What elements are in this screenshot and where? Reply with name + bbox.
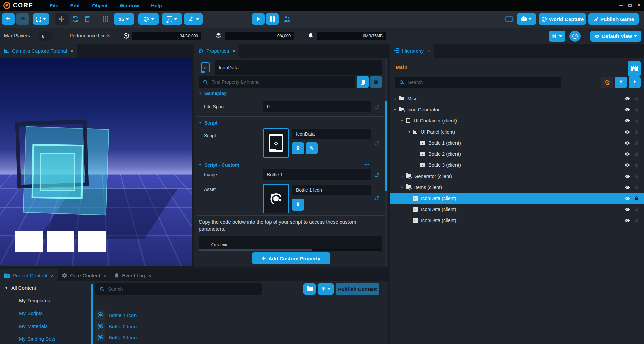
redo-button[interactable] (16, 13, 29, 25)
code-snippet-block[interactable]: -- Custom local propImage = script:GetCu… (199, 236, 382, 251)
visibility-eye-icon[interactable] (624, 107, 630, 113)
content-item-bottle-1[interactable]: Bottle 1 Icon (95, 310, 137, 320)
grid-size-dropdown[interactable]: 25 (114, 13, 134, 25)
close-icon[interactable]: × (103, 273, 106, 278)
filter-button[interactable] (615, 77, 627, 88)
maximize-icon[interactable] (628, 4, 632, 7)
paste-properties-button[interactable] (370, 76, 382, 88)
asset-thumbnail[interactable] (263, 184, 289, 213)
menu-help[interactable]: Help (146, 1, 167, 10)
section-script-custom[interactable]: ▼ Script - Custom (199, 162, 239, 168)
expander-expanded-icon[interactable]: ▼ (400, 186, 405, 189)
max-players-value[interactable]: 8 (39, 31, 52, 41)
asset-name-field[interactable]: Bottle 1 Icon (292, 185, 371, 195)
3d-viewport[interactable] (0, 58, 192, 266)
tree-row[interactable]: ▲ Bottle 1 (client) (390, 137, 644, 148)
tab-event-log[interactable]: Event Log × (110, 269, 155, 281)
publish-content-button[interactable]: Publish Content (336, 283, 379, 295)
close-icon[interactable]: × (637, 3, 641, 7)
expander-collapsed-icon[interactable]: ▷ (400, 175, 405, 178)
reset-icon[interactable]: ↺ (373, 140, 381, 147)
image-input[interactable]: Bottle 1 (263, 169, 371, 180)
play-button[interactable] (252, 13, 265, 25)
save-dropdown[interactable] (549, 31, 565, 42)
horizontal-scrollbar[interactable] (199, 249, 382, 251)
script-name-field[interactable]: IconData (292, 129, 371, 139)
tab-project-content[interactable]: Project Content × (0, 269, 58, 281)
expander-collapsed-icon[interactable]: ▷ (393, 97, 397, 100)
tab-core-content[interactable]: Core Content × (58, 269, 110, 281)
find-asset-button[interactable] (292, 142, 304, 154)
tree-row[interactable]: ▼ Icon Generator (390, 104, 644, 115)
tree-row-selected[interactable]: ‹› IconData (client) (390, 193, 644, 204)
menu-edit[interactable]: Edit (66, 1, 85, 10)
tree-row[interactable]: ▼ Items (client) (390, 182, 644, 193)
visibility-eye-icon[interactable] (624, 96, 630, 102)
visibility-eye-icon[interactable] (624, 162, 630, 168)
visibility-eye-icon[interactable] (624, 206, 630, 212)
section-menu-icon[interactable]: ••• (364, 162, 370, 167)
tree-row[interactable]: ‹› IconData (client) (390, 215, 644, 226)
edit-script-button[interactable]: ✎ (306, 142, 318, 154)
content-item-bottle-2[interactable]: Bottle 2 Icon (95, 321, 137, 331)
tab-camera-capture-tutorial[interactable]: Camera Capture Tutorial × (0, 44, 77, 58)
tree-row[interactable]: ▲ Bottle 2 (client) (390, 148, 644, 159)
content-tree-my-templates[interactable]: My Templates (19, 298, 50, 303)
content-search-input[interactable]: Search (95, 283, 262, 295)
reset-icon[interactable]: ↺ (373, 195, 381, 202)
visibility-eye-icon[interactable] (624, 129, 630, 135)
expander-expanded-icon[interactable]: ▼ (5, 286, 8, 290)
visibility-eye-icon[interactable] (624, 217, 630, 224)
tree-row[interactable]: ▲ Bottle 3 (client) (390, 159, 644, 170)
snap-grid-button[interactable] (101, 13, 111, 25)
section-script[interactable]: ▼ Script (199, 120, 218, 126)
visibility-eye-icon[interactable] (624, 118, 630, 124)
expander-expanded-icon[interactable]: ▼ (393, 108, 397, 111)
add-custom-property-button[interactable]: + Add Custom Property (252, 252, 330, 264)
pause-button[interactable] (266, 13, 279, 25)
properties-scrollbar[interactable] (385, 58, 387, 266)
capture-scene-button[interactable] (628, 61, 641, 77)
terrain-dropdown[interactable] (184, 13, 203, 25)
visibility-eye-icon[interactable] (624, 184, 630, 190)
copy-properties-button[interactable] (357, 76, 369, 88)
scale-tool-button[interactable] (83, 13, 93, 25)
script-dropdown[interactable]: ‹› (162, 13, 182, 25)
visibility-eye-icon[interactable] (624, 140, 630, 146)
tab-hierarchy[interactable]: Hierarchy × (390, 44, 434, 58)
visibility-eye-icon[interactable] (624, 151, 630, 157)
lock-icon[interactable] (634, 96, 639, 101)
export-button[interactable] (629, 77, 641, 88)
reset-icon[interactable]: ↺ (373, 103, 381, 111)
tree-row[interactable]: ‹› IconData (client) (390, 204, 644, 215)
close-icon[interactable]: × (51, 273, 54, 278)
publish-game-button[interactable]: Publish Game (588, 13, 639, 25)
lock-icon[interactable] (634, 185, 639, 190)
content-tree-all-content[interactable]: ▼ All Content (5, 285, 36, 291)
lock-icon[interactable] (634, 162, 639, 167)
glass-cube-object[interactable] (18, 125, 119, 229)
section-gameplay[interactable]: ▼ Gameplay (199, 91, 227, 96)
tree-row[interactable]: ▷ Misc (390, 93, 644, 104)
expander-expanded-icon[interactable]: ▼ (400, 119, 405, 122)
lock-icon[interactable] (634, 118, 639, 123)
world-settings-dropdown[interactable] (138, 13, 159, 25)
undo-button[interactable] (2, 13, 15, 25)
content-tree-my-materials[interactable]: My Materials (19, 323, 48, 329)
default-view-dropdown[interactable]: Default View (590, 31, 641, 42)
tree-row[interactable]: ▼ UI Container (client) (390, 115, 644, 126)
move-tool-button[interactable] (55, 13, 69, 25)
lock-icon[interactable] (634, 207, 639, 212)
lock-icon[interactable] (634, 151, 639, 156)
content-item-bottle-3[interactable]: Bottle 3 Icon (95, 332, 137, 342)
life-span-input[interactable]: 0 (263, 101, 371, 112)
screen-share-button[interactable] (503, 13, 515, 25)
panel-divider[interactable] (91, 284, 93, 344)
minimize-icon[interactable] (619, 5, 623, 6)
close-icon[interactable]: × (70, 48, 73, 54)
lock-icon[interactable] (634, 107, 639, 112)
close-icon[interactable]: × (148, 273, 151, 278)
close-icon[interactable]: × (232, 48, 235, 54)
lock-icon[interactable] (634, 196, 639, 201)
visibility-eye-icon[interactable] (624, 195, 630, 201)
